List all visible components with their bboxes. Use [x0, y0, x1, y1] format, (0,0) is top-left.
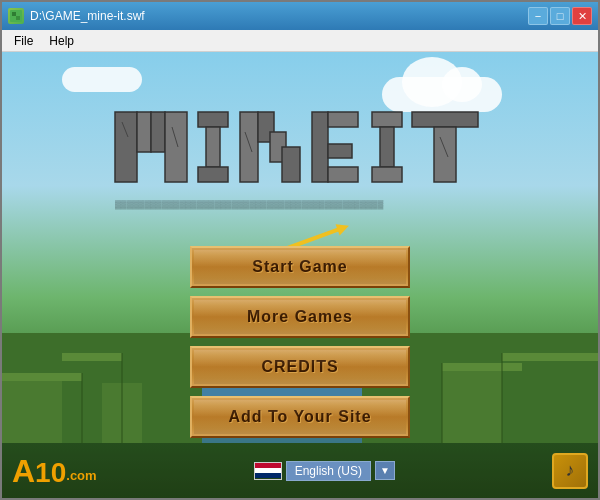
- svg-rect-21: [151, 112, 165, 152]
- svg-rect-1: [12, 12, 16, 16]
- svg-rect-28: [240, 112, 258, 182]
- minimize-button[interactable]: −: [528, 7, 548, 25]
- flag-icon: [254, 462, 282, 480]
- a10-logo-10: 10: [35, 459, 66, 487]
- svg-rect-2: [16, 16, 20, 20]
- title-bar: D:\GAME_mine-it.swf − □ ✕: [2, 2, 598, 30]
- a10-logo-com: .com: [66, 468, 96, 483]
- language-dropdown-arrow[interactable]: ▼: [375, 461, 395, 480]
- help-menu[interactable]: Help: [41, 32, 82, 50]
- svg-rect-26: [206, 127, 220, 167]
- svg-rect-41: [434, 127, 456, 182]
- window-controls: − □ ✕: [528, 7, 592, 25]
- file-menu[interactable]: File: [6, 32, 41, 50]
- svg-rect-37: [372, 112, 402, 127]
- svg-rect-20: [137, 112, 151, 152]
- language-text[interactable]: English (US): [286, 461, 371, 481]
- svg-rect-33: [312, 112, 328, 182]
- svg-rect-34: [328, 112, 358, 127]
- cloud-2: [62, 67, 142, 92]
- close-button[interactable]: ✕: [572, 7, 592, 25]
- title-bar-left: D:\GAME_mine-it.swf: [8, 8, 145, 24]
- window-title: D:\GAME_mine-it.swf: [30, 9, 145, 23]
- menu-buttons: Start Game More Games CREDITS Add To You…: [190, 246, 410, 438]
- logo-area: ▓▓▓▓▓▓▓▓▓▓▓▓▓▓▓▓▓▓▓▓▓▓▓▓▓▓▓▓▓▓▓▓▓▓▓▓▓▓▓▓…: [2, 92, 598, 216]
- credits-button[interactable]: CREDITS: [190, 346, 410, 388]
- svg-rect-35: [328, 144, 352, 158]
- maximize-button[interactable]: □: [550, 7, 570, 25]
- add-to-site-button[interactable]: Add To Your Site: [190, 396, 410, 438]
- language-selector[interactable]: English (US) ▼: [254, 461, 395, 481]
- a10-logo-a: A: [12, 455, 35, 487]
- svg-text:▓▓▓▓▓▓▓▓▓▓▓▓▓▓▓▓▓▓▓▓▓▓▓▓▓▓▓▓▓▓: ▓▓▓▓▓▓▓▓▓▓▓▓▓▓▓▓▓▓▓▓▓▓▓▓▓▓▓▓▓▓▓▓▓▓▓▓▓▓▓▓…: [115, 200, 383, 210]
- window: D:\GAME_mine-it.swf − □ ✕ File Help: [0, 0, 600, 500]
- app-icon: [8, 8, 24, 24]
- svg-rect-40: [412, 112, 478, 127]
- more-games-button[interactable]: More Games: [190, 296, 410, 338]
- svg-rect-38: [380, 127, 394, 167]
- game-logo: ▓▓▓▓▓▓▓▓▓▓▓▓▓▓▓▓▓▓▓▓▓▓▓▓▓▓▓▓▓▓▓▓▓▓▓▓▓▓▓▓…: [110, 92, 490, 212]
- game-area: ▓▓▓▓▓▓▓▓▓▓▓▓▓▓▓▓▓▓▓▓▓▓▓▓▓▓▓▓▓▓▓▓▓▓▓▓▓▓▓▓…: [2, 52, 598, 498]
- start-game-button[interactable]: Start Game: [190, 246, 410, 288]
- bottom-bar: A 10 .com English (US) ▼ ♪: [2, 443, 598, 498]
- music-button[interactable]: ♪: [552, 453, 588, 489]
- svg-rect-25: [198, 112, 228, 127]
- svg-rect-31: [282, 147, 300, 182]
- svg-rect-22: [165, 112, 187, 182]
- a10-logo: A 10 .com: [12, 455, 97, 487]
- svg-rect-36: [328, 167, 358, 182]
- svg-rect-39: [372, 167, 402, 182]
- svg-rect-19: [115, 112, 137, 182]
- svg-rect-27: [198, 167, 228, 182]
- menu-bar: File Help: [2, 30, 598, 52]
